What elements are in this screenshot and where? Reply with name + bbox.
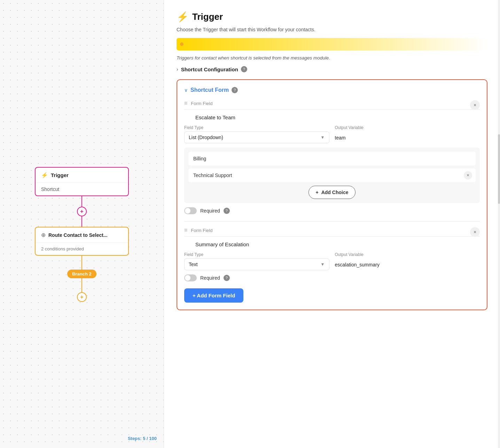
required-help-icon-2[interactable]: ? [224, 275, 230, 281]
shortcut-configuration-row[interactable]: › Shortcut Configuration ? [177, 66, 487, 72]
italic-description: Triggers for contact when shortcut is se… [177, 55, 487, 61]
add-form-field-button[interactable]: + Add Form Field [184, 288, 243, 303]
required-help-icon-1[interactable]: ? [224, 208, 230, 214]
required-toggle-row-2: Required ? [184, 274, 480, 281]
field-type-dropdown-2[interactable]: Text ▼ [184, 258, 329, 270]
shortcut-form-title: Shortcut Form [190, 87, 229, 93]
add-step-button-1[interactable]: + [77, 207, 87, 216]
workflow-canvas: ⚡ Trigger Shortcut + ⊕ Route Contact to … [0, 0, 164, 448]
steps-value: 5 / 100 [143, 436, 157, 441]
field-type-group-1: Field Type List (Dropdown) ▼ [184, 125, 329, 143]
connector-line-1 [81, 196, 82, 207]
remove-technical-support-button[interactable]: × [464, 171, 472, 179]
required-toggle-2[interactable] [184, 274, 197, 281]
choice-item-billing: Billing [188, 152, 476, 166]
form-field-label-2: Form Field [191, 228, 212, 233]
chevron-right-icon: › [177, 66, 178, 72]
close-field-2-button[interactable]: × [470, 227, 480, 237]
connector-line-yellow-2 [81, 278, 82, 292]
route-icon: ⊕ [41, 232, 46, 238]
dropdown-arrow-2: ▼ [321, 262, 325, 267]
trigger-node-header: ⚡ Trigger [36, 168, 128, 183]
route-node-body: 2 conditions provided [36, 243, 128, 255]
required-toggle-row-1: Required ? [184, 207, 480, 214]
close-field-1-button[interactable]: × [470, 100, 480, 110]
route-node-title: Route Contact to Select... [48, 232, 108, 238]
drag-icon-2[interactable]: ≡ [184, 227, 187, 233]
steps-label: Steps: [128, 436, 142, 441]
form-field-label-1: Form Field [191, 101, 212, 106]
form-field-name-2: Summary of Escalation [195, 241, 480, 247]
field-type-value-1: List (Dropdown) [189, 135, 223, 140]
connector-line-2 [81, 216, 82, 227]
field-type-label-2: Field Type [184, 252, 329, 257]
field-type-group-2: Field Type Text ▼ [184, 252, 329, 270]
field-row-2: Field Type Text ▼ Output Variable escala… [184, 252, 480, 270]
drag-icon-1[interactable]: ≡ [184, 100, 187, 106]
route-node-subtitle: 2 conditions provided [41, 246, 84, 251]
steps-counter: Steps: 5 / 100 [128, 436, 157, 441]
shortcut-form-section: ∨ Shortcut Form ? ≡ Form Field × Escalat… [177, 79, 487, 310]
branch-badge: Branch 2 [67, 270, 96, 278]
field-type-label-1: Field Type [184, 125, 329, 130]
form-field-card-2: ≡ Form Field × Summary of Escalation Fie… [184, 227, 480, 281]
trigger-bar [177, 38, 487, 50]
choice-item-technical-support: Technical Support × [188, 168, 476, 182]
required-label-2: Required [200, 275, 220, 281]
chevron-down-icon[interactable]: ∨ [184, 87, 188, 93]
form-field-divider [184, 221, 480, 222]
dropdown-arrow-1: ▼ [321, 135, 325, 140]
required-toggle-1[interactable] [184, 207, 197, 214]
field-type-dropdown-1[interactable]: List (Dropdown) ▼ [184, 131, 329, 143]
workflow-nodes: ⚡ Trigger Shortcut + ⊕ Route Contact to … [35, 167, 129, 302]
add-choice-label: Add Choice [321, 190, 349, 195]
form-field-card-1: ≡ Form Field × Escalate to Team Field Ty… [184, 100, 480, 214]
shortcut-form-header: ∨ Shortcut Form ? [184, 87, 480, 93]
scrollbar-thumb[interactable] [498, 134, 500, 204]
scrollbar-track[interactable] [498, 0, 500, 448]
required-label-1: Required [200, 208, 220, 214]
output-variable-value-1: team [335, 131, 480, 141]
trigger-node-subtitle: Shortcut [41, 186, 59, 192]
connector-line-yellow [81, 256, 82, 270]
choice-technical-support-label: Technical Support [193, 173, 232, 178]
form-field-name-1: Escalate to Team [195, 114, 480, 120]
field-row-1: Field Type List (Dropdown) ▼ Output Vari… [184, 125, 480, 143]
panel-lightning-icon: ⚡ [177, 11, 189, 23]
form-field-header-1: ≡ Form Field × [184, 100, 480, 110]
add-form-field-label: + Add Form Field [193, 293, 235, 298]
shortcut-config-label: Shortcut Configuration [181, 66, 238, 72]
trigger-lightning-icon: ⚡ [41, 172, 48, 178]
trigger-node-title: Trigger [51, 172, 69, 178]
route-node-header: ⊕ Route Contact to Select... [36, 227, 128, 243]
choice-billing-label: Billing [193, 156, 206, 161]
panel-title: Trigger [192, 11, 223, 22]
field-type-value-2: Text [189, 262, 198, 267]
output-variable-group-2: Output Variable escalation_summary [335, 252, 480, 270]
output-variable-label-1: Output Variable [335, 125, 480, 130]
add-step-button-2[interactable]: + [77, 292, 87, 302]
output-variable-group-1: Output Variable team [335, 125, 480, 143]
route-node[interactable]: ⊕ Route Contact to Select... 2 condition… [35, 227, 129, 256]
right-panel: ⚡ Trigger Choose the Trigger that will s… [164, 0, 500, 448]
panel-header: ⚡ Trigger [177, 11, 487, 23]
shortcut-form-help-icon[interactable]: ? [232, 87, 238, 93]
trigger-node[interactable]: ⚡ Trigger Shortcut [35, 167, 129, 196]
shortcut-config-help-icon[interactable]: ? [241, 66, 247, 72]
add-choice-plus-icon: + [316, 190, 319, 195]
output-variable-label-2: Output Variable [335, 252, 480, 257]
trigger-node-body: Shortcut [36, 183, 128, 195]
form-field-header-2: ≡ Form Field × [184, 227, 480, 237]
output-variable-value-2: escalation_summary [335, 258, 480, 267]
choices-container-1: Billing Technical Support × + Add Choice [184, 147, 480, 203]
add-choice-button[interactable]: + Add Choice [308, 186, 356, 199]
panel-description: Choose the Trigger that will start this … [177, 27, 487, 32]
